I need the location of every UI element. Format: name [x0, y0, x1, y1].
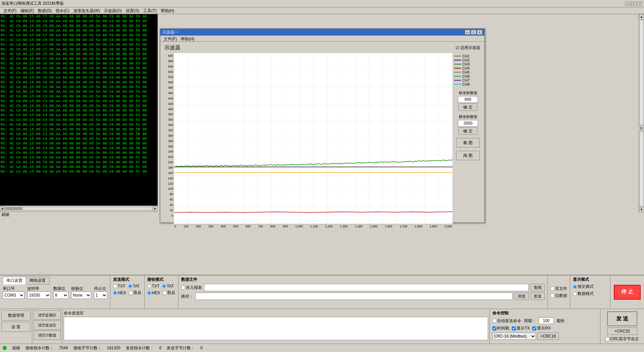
save-to-file-checkbox[interactable]: 存入报表 — [181, 285, 202, 291]
parity-field: 校验位 None — [71, 286, 91, 299]
recv-hex-radio[interactable]: HEX — [147, 290, 160, 296]
add-crc32-button[interactable]: +CRC32 — [607, 327, 637, 335]
osc-minimize-button[interactable]: — — [465, 30, 470, 35]
osc-menu-file[interactable]: 文件(F) — [162, 36, 179, 41]
ch3-label: CH3 — [462, 62, 470, 66]
scroll-left-arrow[interactable]: ◄ — [0, 206, 5, 211]
read-button[interactable]: 阅 图 — [456, 151, 480, 160]
data-bits-label: 数据位 — [53, 286, 68, 292]
port-fields-row: 串口号 COM3 波特率 19200 数据位 8 — [3, 286, 107, 299]
serial-hscrollbar[interactable]: ◄ ► — [0, 206, 158, 211]
menu-tools[interactable]: 工具(T) — [141, 8, 158, 13]
status-indicator — [3, 346, 7, 350]
command-textarea[interactable] — [64, 317, 488, 340]
menu-settings[interactable]: 设置(S) — [124, 8, 141, 13]
send-hex-radio-tx[interactable]: TAT — [128, 284, 140, 289]
send-invert-checkbox[interactable]: 取反 — [129, 290, 142, 296]
show-tx-checkbox[interactable]: 显示TX — [512, 325, 530, 331]
crc-high-first-checkbox[interactable]: CRC高字节在左 — [605, 336, 639, 342]
menu-help[interactable]: 帮助(H) — [159, 8, 176, 13]
serial-line: RX: AC CA 00 15 00 C9 00 AA 00 00 00 00 … — [0, 155, 158, 160]
osc-right-panel: CH1 CH2 CH3 — [453, 53, 483, 224]
send-big-button[interactable]: 发 送 — [607, 311, 637, 326]
tab-network-settings[interactable]: 网络设置 — [26, 277, 49, 284]
crc-select[interactable]: CRC-16 (Modbus) — [492, 333, 536, 340]
ch7-label: CH7 — [462, 78, 470, 82]
close-button[interactable]: × — [637, 1, 643, 6]
clear-monitor-button[interactable]: 清空监视区 — [34, 310, 61, 320]
settings-button[interactable]: 设 置 — [1, 322, 31, 332]
serial-line: RX: AC CA 00 15 00 C6 00 AA 00 00 00 00 … — [0, 89, 158, 94]
send-mode-radio-row: TXT TAT — [113, 284, 142, 289]
browse-send-button[interactable]: 浏览 — [515, 293, 529, 300]
restore-button[interactable]: □ — [631, 1, 637, 6]
send-button-area: 发 送 +CRC32 CRC高字节在左 — [600, 309, 644, 344]
period-input[interactable] — [539, 317, 554, 324]
recv-invert-checkbox[interactable]: 取反 — [163, 290, 175, 296]
osc-menu-help[interactable]: 帮助(H) — [179, 36, 197, 41]
ch5-label: CH5 — [462, 70, 470, 74]
serial-line: RX: AC CA 00 15 00 C4 00 AA 00 00 00 00 … — [0, 118, 158, 122]
scroll-track[interactable] — [5, 207, 152, 210]
add-crc16-button[interactable]: +CRC16 — [537, 333, 559, 340]
osc-restore-button[interactable]: □ — [471, 30, 476, 35]
only-data-checkbox[interactable]: 仅数据 — [550, 293, 567, 299]
port-number-select[interactable]: COM3 — [3, 292, 24, 299]
menu-edit[interactable]: 编辑(E) — [18, 8, 36, 13]
vscroll-up-arrow[interactable]: ▲ — [639, 14, 644, 19]
baud-rate-select[interactable]: 19200 — [27, 292, 51, 299]
path-label: 路径： — [181, 294, 193, 299]
browse-button[interactable]: 查阅 — [531, 284, 545, 291]
osc-enable-checkbox[interactable]: ☑ 启用示波器 — [455, 45, 480, 51]
scroll-right-arrow[interactable]: ► — [153, 206, 158, 211]
serial-line: RX: AC CA 00 15 00 C4 00 AA 00 00 00 00 … — [0, 113, 158, 118]
receive-char-value: 181320 — [107, 346, 120, 350]
serial-line: RX: AC CA 00 15 00 C7 00 AA 00 00 00 00 … — [0, 33, 158, 38]
to-file-checkbox[interactable]: 至文件 — [550, 286, 567, 292]
menu-waveform[interactable]: 波形发生器(W) — [71, 8, 102, 13]
tab-port-settings[interactable]: 串口设置 — [3, 277, 26, 284]
data-file-input[interactable] — [204, 284, 529, 291]
clear-send-button[interactable]: 清空发送区 — [34, 320, 61, 330]
stop-bits-select[interactable]: 1 — [94, 292, 107, 299]
serial-line: RX: AC CA 00 15 00 C4 00 AA 00 00 00 00 … — [0, 108, 158, 113]
show-rx-checkbox[interactable]: 显示RX — [532, 325, 551, 331]
send-char-value: 0 — [200, 346, 203, 350]
data-mode-radio[interactable]: 数据模式 — [573, 291, 607, 297]
y-confirm-button[interactable]: 确 定 — [459, 103, 477, 111]
y-axis-max-input[interactable] — [458, 96, 478, 103]
parity-select[interactable]: None — [71, 292, 91, 299]
clear-counter-button[interactable]: 清空计数器 — [34, 331, 61, 340]
bottom-bottom-row: 数据管理 设 置 清空监视区 清空发送区 清空计数器 命令发送区 命令控制 自动… — [0, 309, 644, 344]
menu-oscilloscope[interactable]: 示波器(O) — [102, 8, 124, 13]
auto-send-checkbox[interactable]: 自动发送命令 — [492, 318, 521, 324]
timestamp-checkbox[interactable]: 时间戳 — [492, 325, 509, 331]
recv-txt-radio[interactable]: TXT — [147, 284, 160, 289]
vscroll-track[interactable] — [639, 20, 644, 207]
text-mode-radio[interactable]: 报文模式 — [573, 284, 607, 290]
send-hex-radio[interactable]: HEX — [113, 290, 126, 296]
ch4-color — [454, 68, 461, 69]
path-input[interactable] — [195, 293, 513, 300]
send-txt-radio[interactable]: TXT — [113, 284, 125, 289]
recv-hex-radio-tx[interactable]: TAT — [162, 284, 174, 289]
baud-rate-label: 波特率 — [27, 286, 51, 292]
osc-close-button[interactable]: × — [477, 30, 482, 35]
data-management-button[interactable]: 数据管理 — [1, 310, 31, 320]
menu-file[interactable]: 文件(F) — [1, 8, 18, 13]
main-vscrollbar[interactable]: ▲ ▼ — [639, 14, 644, 212]
capture-button[interactable]: 截 图 — [456, 138, 480, 147]
send-file-button[interactable]: 发送 — [531, 293, 545, 300]
x-confirm-button[interactable]: 确 定 — [459, 127, 477, 135]
legend-ch8: CH8 — [454, 82, 482, 86]
menu-data[interactable]: 数据(D) — [36, 8, 54, 13]
vscroll-down-arrow[interactable]: ▼ — [639, 207, 644, 212]
command-send-area: 命令发送区 — [62, 309, 490, 344]
data-bits-select[interactable]: 8 — [53, 292, 68, 299]
menu-command[interactable]: 指令(C) — [54, 8, 71, 13]
receive-cmd-value: 7549 — [59, 346, 68, 350]
minimize-button[interactable]: — — [625, 1, 631, 6]
stop-button[interactable]: 停 止 — [614, 285, 641, 300]
bottom-control-area: 串口设置 网络设置 串口号 COM3 波特率 19200 数据位 — [0, 275, 644, 344]
x-axis-max-input[interactable] — [458, 120, 478, 127]
